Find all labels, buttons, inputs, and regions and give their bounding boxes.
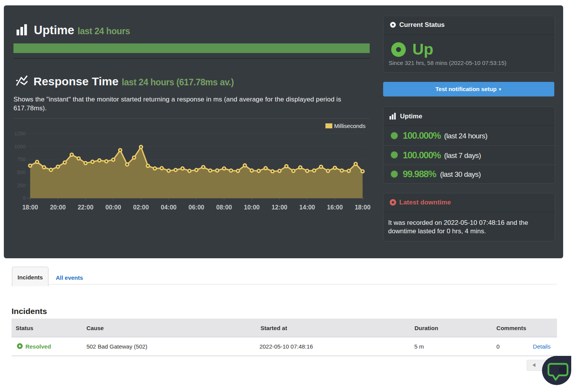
svg-text:22:00: 22:00: [78, 204, 93, 211]
svg-text:750: 750: [17, 156, 26, 162]
svg-text:04:00: 04:00: [161, 204, 177, 211]
svg-text:1000: 1000: [15, 144, 26, 149]
svg-text:16:00: 16:00: [327, 204, 343, 211]
svg-text:0: 0: [23, 195, 25, 201]
svg-text:1250: 1250: [15, 131, 26, 136]
svg-text:500: 500: [17, 169, 26, 175]
svg-text:08:00: 08:00: [216, 204, 232, 211]
svg-text:10:00: 10:00: [244, 204, 260, 211]
svg-text:18:00: 18:00: [22, 204, 38, 211]
svg-text:12:00: 12:00: [272, 204, 287, 211]
svg-text:20:00: 20:00: [50, 204, 66, 211]
svg-text:18:00: 18:00: [355, 204, 370, 211]
svg-text:02:00: 02:00: [133, 204, 149, 211]
svg-text:00:00: 00:00: [105, 204, 121, 211]
svg-text:250: 250: [17, 183, 26, 188]
svg-text:06:00: 06:00: [188, 204, 204, 211]
svg-text:14:00: 14:00: [299, 204, 315, 211]
